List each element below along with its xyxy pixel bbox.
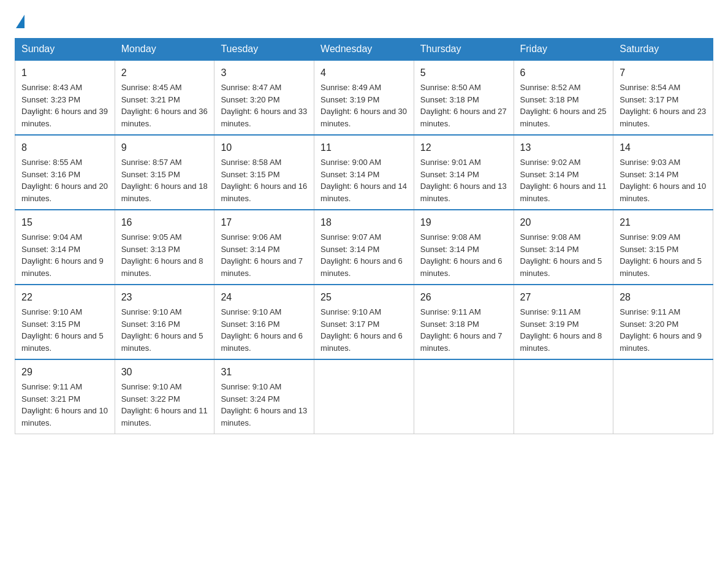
calendar-cell: 30 Sunrise: 9:10 AM Sunset: 3:22 PM Dayl… [115, 359, 214, 434]
day-daylight: Daylight: 6 hours and 6 minutes. [221, 331, 303, 353]
calendar-cell: 17 Sunrise: 9:06 AM Sunset: 3:14 PM Dayl… [214, 210, 314, 285]
day-number: 24 [221, 290, 308, 305]
day-sunset: Sunset: 3:24 PM [221, 394, 279, 404]
day-number: 26 [420, 290, 507, 305]
day-daylight: Daylight: 6 hours and 6 minutes. [420, 256, 502, 278]
day-number: 18 [320, 215, 408, 230]
day-sunset: Sunset: 3:15 PM [121, 170, 180, 179]
day-sunset: Sunset: 3:14 PM [520, 245, 579, 254]
day-sunrise: Sunrise: 9:09 AM [620, 232, 680, 242]
calendar-cell: 13 Sunrise: 9:02 AM Sunset: 3:14 PM Dayl… [514, 135, 613, 210]
day-daylight: Daylight: 6 hours and 27 minutes. [420, 107, 507, 128]
day-daylight: Daylight: 6 hours and 5 minutes. [21, 331, 104, 353]
day-sunset: Sunset: 3:14 PM [21, 245, 80, 254]
day-daylight: Daylight: 6 hours and 5 minutes. [121, 331, 203, 353]
day-sunrise: Sunrise: 8:49 AM [320, 83, 381, 92]
day-daylight: Daylight: 6 hours and 6 minutes. [320, 331, 403, 353]
day-daylight: Daylight: 6 hours and 11 minutes. [121, 406, 208, 427]
calendar-cell: 31 Sunrise: 9:10 AM Sunset: 3:24 PM Dayl… [214, 359, 314, 434]
day-daylight: Daylight: 6 hours and 36 minutes. [121, 107, 208, 128]
day-number: 5 [420, 66, 507, 80]
calendar-week-row: 29 Sunrise: 9:11 AM Sunset: 3:21 PM Dayl… [15, 359, 713, 434]
day-sunset: Sunset: 3:21 PM [21, 394, 80, 404]
day-sunrise: Sunrise: 9:10 AM [121, 382, 182, 391]
calendar-cell: 29 Sunrise: 9:11 AM Sunset: 3:21 PM Dayl… [15, 359, 115, 434]
day-number: 16 [121, 215, 208, 230]
day-daylight: Daylight: 6 hours and 8 minutes. [121, 256, 203, 278]
day-number: 17 [221, 215, 308, 230]
day-sunset: Sunset: 3:22 PM [121, 394, 180, 404]
calendar-cell: 4 Sunrise: 8:49 AM Sunset: 3:19 PM Dayli… [314, 60, 414, 135]
weekday-header-thursday: Thursday [414, 39, 514, 61]
day-number: 19 [420, 215, 507, 230]
day-daylight: Daylight: 6 hours and 10 minutes. [21, 406, 108, 427]
day-sunset: Sunset: 3:16 PM [121, 320, 180, 329]
calendar-cell: 20 Sunrise: 9:08 AM Sunset: 3:14 PM Dayl… [514, 210, 613, 285]
calendar-cell: 10 Sunrise: 8:58 AM Sunset: 3:15 PM Dayl… [214, 135, 314, 210]
day-daylight: Daylight: 6 hours and 25 minutes. [520, 107, 607, 128]
day-sunrise: Sunrise: 9:11 AM [520, 307, 581, 316]
day-daylight: Daylight: 6 hours and 8 minutes. [520, 331, 602, 353]
weekday-header-sunday: Sunday [15, 39, 115, 61]
day-sunrise: Sunrise: 9:00 AM [320, 158, 381, 167]
day-number: 22 [21, 290, 108, 305]
calendar-cell [514, 359, 613, 434]
calendar-table: SundayMondayTuesdayWednesdayThursdayFrid… [15, 38, 713, 434]
calendar-week-row: 1 Sunrise: 8:43 AM Sunset: 3:23 PM Dayli… [15, 60, 713, 135]
calendar-cell: 27 Sunrise: 9:11 AM Sunset: 3:19 PM Dayl… [514, 285, 613, 359]
weekday-header-friday: Friday [514, 39, 613, 61]
day-number: 9 [121, 140, 208, 155]
day-sunrise: Sunrise: 8:52 AM [520, 83, 581, 92]
day-sunrise: Sunrise: 9:02 AM [520, 158, 581, 167]
calendar-cell: 3 Sunrise: 8:47 AM Sunset: 3:20 PM Dayli… [214, 60, 314, 135]
day-number: 11 [320, 140, 408, 155]
calendar-cell: 24 Sunrise: 9:10 AM Sunset: 3:16 PM Dayl… [214, 285, 314, 359]
day-sunset: Sunset: 3:18 PM [420, 95, 479, 104]
day-number: 15 [21, 215, 108, 230]
calendar-cell [314, 359, 414, 434]
day-sunrise: Sunrise: 9:04 AM [21, 232, 82, 242]
calendar-cell: 21 Sunrise: 9:09 AM Sunset: 3:15 PM Dayl… [613, 210, 713, 285]
page-header [15, 15, 713, 27]
day-sunrise: Sunrise: 9:10 AM [121, 307, 182, 316]
calendar-cell: 12 Sunrise: 9:01 AM Sunset: 3:14 PM Dayl… [414, 135, 514, 210]
calendar-cell: 18 Sunrise: 9:07 AM Sunset: 3:14 PM Dayl… [314, 210, 414, 285]
logo-triangle-icon [16, 15, 25, 28]
calendar-cell: 15 Sunrise: 9:04 AM Sunset: 3:14 PM Dayl… [15, 210, 115, 285]
day-sunset: Sunset: 3:23 PM [21, 95, 80, 104]
day-number: 30 [121, 365, 208, 380]
day-number: 28 [620, 290, 707, 305]
day-sunrise: Sunrise: 9:01 AM [420, 158, 481, 167]
day-sunset: Sunset: 3:14 PM [320, 170, 379, 179]
day-daylight: Daylight: 6 hours and 23 minutes. [620, 107, 706, 128]
day-number: 27 [520, 290, 607, 305]
day-sunset: Sunset: 3:14 PM [420, 170, 479, 179]
day-sunrise: Sunrise: 9:11 AM [21, 382, 82, 391]
weekday-header-wednesday: Wednesday [314, 39, 414, 61]
day-daylight: Daylight: 6 hours and 10 minutes. [620, 182, 706, 203]
day-sunrise: Sunrise: 8:43 AM [21, 83, 82, 92]
day-daylight: Daylight: 6 hours and 16 minutes. [221, 182, 307, 203]
calendar-cell: 26 Sunrise: 9:11 AM Sunset: 3:18 PM Dayl… [414, 285, 514, 359]
day-sunrise: Sunrise: 8:45 AM [121, 83, 182, 92]
calendar-cell: 2 Sunrise: 8:45 AM Sunset: 3:21 PM Dayli… [115, 60, 214, 135]
calendar-cell [613, 359, 713, 434]
day-number: 4 [320, 66, 408, 80]
calendar-cell: 6 Sunrise: 8:52 AM Sunset: 3:18 PM Dayli… [514, 60, 613, 135]
day-daylight: Daylight: 6 hours and 18 minutes. [121, 182, 208, 203]
day-sunset: Sunset: 3:14 PM [620, 170, 678, 179]
calendar-cell: 1 Sunrise: 8:43 AM Sunset: 3:23 PM Dayli… [15, 60, 115, 135]
day-sunset: Sunset: 3:18 PM [420, 320, 479, 329]
day-sunset: Sunset: 3:17 PM [620, 95, 678, 104]
calendar-cell: 25 Sunrise: 9:10 AM Sunset: 3:17 PM Dayl… [314, 285, 414, 359]
day-daylight: Daylight: 6 hours and 5 minutes. [520, 256, 602, 278]
weekday-header-saturday: Saturday [613, 39, 713, 61]
day-sunset: Sunset: 3:20 PM [221, 95, 279, 104]
day-sunrise: Sunrise: 8:47 AM [221, 83, 281, 92]
calendar-cell: 19 Sunrise: 9:08 AM Sunset: 3:14 PM Dayl… [414, 210, 514, 285]
day-sunrise: Sunrise: 8:55 AM [21, 158, 82, 167]
day-sunset: Sunset: 3:17 PM [320, 320, 379, 329]
day-sunset: Sunset: 3:15 PM [620, 245, 678, 254]
day-daylight: Daylight: 6 hours and 7 minutes. [420, 331, 502, 353]
day-sunset: Sunset: 3:19 PM [520, 320, 579, 329]
